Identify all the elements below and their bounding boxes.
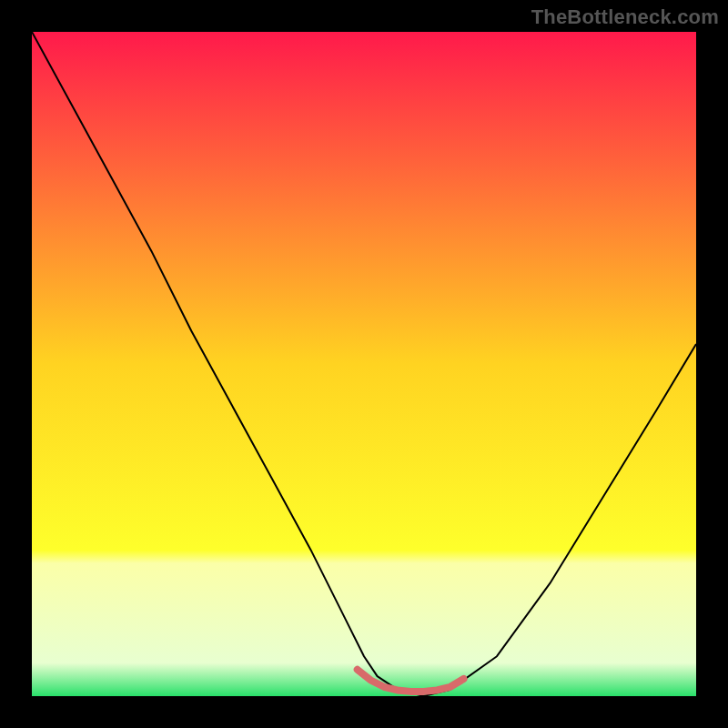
- chart-stage: TheBottleneck.com: [0, 0, 728, 728]
- plot-area: [32, 32, 696, 696]
- gradient-background: [32, 32, 696, 696]
- watermark-text: TheBottleneck.com: [531, 5, 719, 29]
- chart-svg: [32, 32, 696, 696]
